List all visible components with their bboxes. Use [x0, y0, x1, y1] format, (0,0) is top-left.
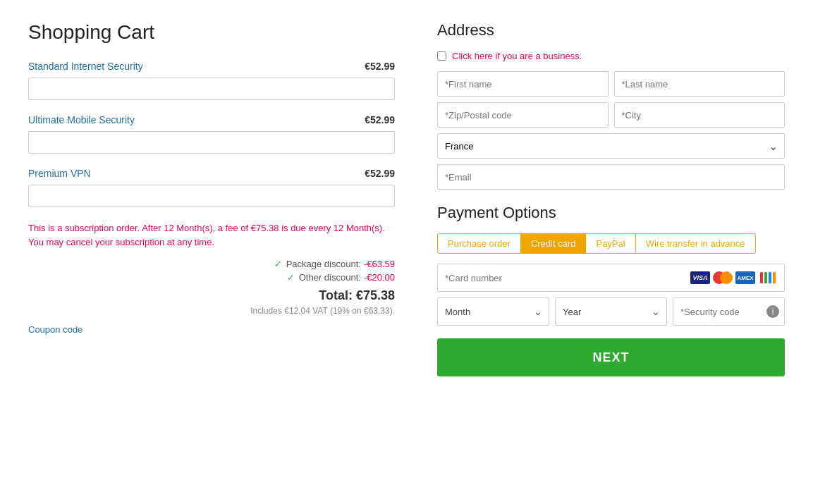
zip-city-row — [437, 102, 785, 128]
expiry-security-row: Month 010203 040506 070809 101112 ⌄ Year… — [437, 297, 785, 326]
payment-title: Payment Options — [437, 204, 785, 222]
coupon-link[interactable]: Coupon code — [28, 324, 82, 335]
product-input-3[interactable] — [28, 185, 395, 207]
product-row-3: Premium VPN €52.99 — [28, 168, 395, 179]
package-discount-value: -€63.59 — [364, 259, 395, 269]
city-input[interactable] — [614, 102, 786, 128]
product-price-2: €52.99 — [365, 114, 395, 125]
product-price-1: €52.99 — [365, 61, 395, 72]
package-discount-label: Package discount: — [286, 259, 361, 269]
card-number-wrap: VISA AMEX — [437, 264, 785, 292]
tab-purchase-order[interactable]: Purchase order — [437, 233, 521, 254]
month-select[interactable]: Month 010203 040506 070809 101112 — [437, 297, 549, 326]
country-select[interactable]: France Germany Spain United Kingdom Ital… — [437, 133, 785, 159]
product-name-1: Standard Internet Security — [28, 61, 143, 72]
other-discount-row: ✓ Other discount: -€20.00 — [28, 272, 395, 283]
month-select-wrap: Month 010203 040506 070809 101112 ⌄ — [437, 297, 549, 326]
product-row-2: Ultimate Mobile Security €52.99 — [28, 114, 395, 125]
product-name-2: Ultimate Mobile Security — [28, 114, 135, 125]
other-discount-value: -€20.00 — [364, 272, 395, 283]
vat-row: Includes €12.04 VAT (19% on €63.33). — [28, 306, 395, 316]
check-icon-1: ✓ — [274, 259, 282, 269]
business-checkbox[interactable] — [437, 51, 446, 61]
subscription-notice: This is a subscription order. After 12 M… — [28, 221, 395, 249]
right-section: Address Click here if you are a business… — [437, 21, 785, 376]
year-select[interactable]: Year 202420252026 202720282029 2030 — [555, 297, 667, 326]
product-input-2[interactable] — [28, 131, 395, 154]
country-select-wrap: France Germany Spain United Kingdom Ital… — [437, 133, 785, 159]
product-price-3: €52.99 — [365, 168, 395, 179]
email-wrap — [437, 164, 785, 190]
next-button[interactable]: NEXT — [437, 338, 785, 376]
product-name-3: Premium VPN — [28, 168, 91, 179]
stripe-icon — [758, 271, 778, 284]
business-label[interactable]: Click here if you are a business. — [452, 51, 582, 61]
other-discount-label: Other discount: — [299, 272, 361, 283]
shopping-cart-title: Shopping Cart — [28, 21, 395, 44]
total-label: Total: €75.38 — [319, 288, 395, 302]
zip-input[interactable] — [437, 102, 609, 128]
card-icons: VISA AMEX — [690, 271, 778, 284]
security-info-icon[interactable]: i — [766, 305, 779, 318]
shopping-cart-section: Shopping Cart Standard Internet Security… — [28, 21, 395, 376]
first-name-input[interactable] — [437, 71, 609, 97]
year-select-wrap: Year 202420252026 202720282029 2030 ⌄ — [555, 297, 667, 326]
tab-wire-transfer[interactable]: Wire transfer in advance — [636, 233, 756, 254]
last-name-input[interactable] — [614, 71, 786, 97]
total-row: Total: €75.38 — [28, 288, 395, 303]
tab-credit-card[interactable]: Credit card — [521, 233, 587, 254]
address-title: Address — [437, 21, 785, 39]
visa-icon: VISA — [690, 271, 710, 284]
mastercard-icon — [713, 271, 733, 284]
email-input[interactable] — [437, 164, 785, 190]
product-input-1[interactable] — [28, 78, 395, 100]
product-row-1: Standard Internet Security €52.99 — [28, 61, 395, 72]
name-row — [437, 71, 785, 97]
payment-tabs: Purchase order Credit card PayPal Wire t… — [437, 233, 785, 254]
check-icon-2: ✓ — [287, 272, 295, 283]
business-check-row: Click here if you are a business. — [437, 51, 785, 61]
security-code-wrap: i — [673, 297, 785, 326]
package-discount-row: ✓ Package discount: -€63.59 — [28, 259, 395, 269]
amex-icon: AMEX — [735, 271, 755, 284]
tab-paypal[interactable]: PayPal — [586, 233, 635, 254]
vat-label: Includes €12.04 VAT (19% on €63.33). — [250, 306, 395, 316]
